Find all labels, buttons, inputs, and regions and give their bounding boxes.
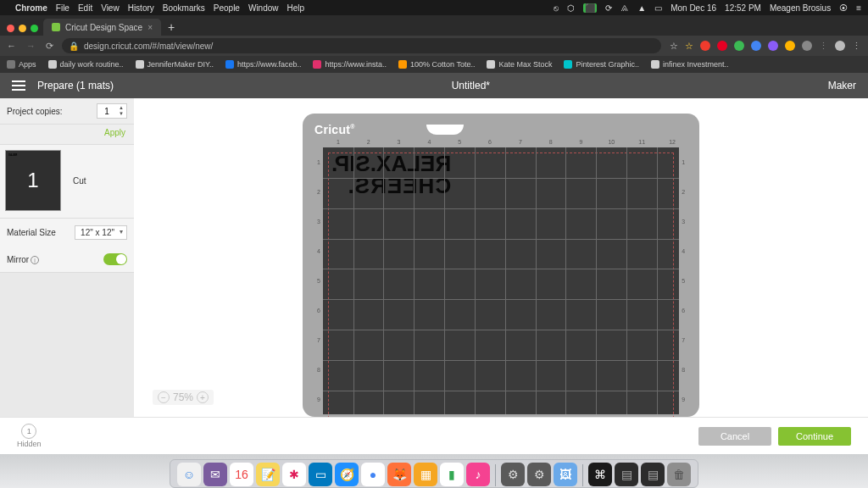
dock-app-icon[interactable]: ⚙ <box>527 463 551 486</box>
dock-app-icon[interactable]: ▮ <box>440 463 464 486</box>
wifi-icon[interactable]: ⩓ <box>620 3 629 13</box>
dock-app-icon[interactable]: ▤ <box>615 463 638 486</box>
status-icon[interactable]: ⬡ <box>567 3 575 13</box>
status-icon[interactable]: ⎋ <box>554 3 559 13</box>
dock-app-icon[interactable]: ♪ <box>466 463 490 486</box>
copies-input[interactable] <box>97 107 116 116</box>
copies-stepper[interactable]: ▲▼ <box>97 103 127 119</box>
close-window-icon[interactable] <box>7 25 14 32</box>
dock-app-icon[interactable]: 🦊 <box>387 463 411 486</box>
dock-app-icon[interactable]: 🗑 <box>667 463 691 486</box>
dock-app-icon[interactable]: ▦ <box>414 463 437 486</box>
spotlight-icon[interactable]: ⦿ <box>839 3 848 13</box>
dock-app-icon[interactable]: ▭ <box>309 463 332 486</box>
bookmark-item[interactable]: infinex Investment.. <box>651 60 729 69</box>
ruler-tick: 2 <box>314 177 323 207</box>
back-button[interactable]: ← <box>7 41 16 52</box>
forward-button[interactable]: → <box>26 41 36 52</box>
dock-app-icon[interactable]: ⚙ <box>501 463 525 486</box>
zoom-in-button[interactable]: + <box>197 391 209 403</box>
battery-icon[interactable]: ▭ <box>654 3 662 13</box>
step-down-icon[interactable]: ▼ <box>116 111 126 117</box>
reload-button[interactable]: ⟳ <box>46 41 53 52</box>
app-menu[interactable]: Chrome <box>15 3 47 13</box>
menu-window[interactable]: Window <box>248 3 279 13</box>
minimize-window-icon[interactable] <box>19 25 26 32</box>
dock-app-icon[interactable]: ✉ <box>203 463 227 486</box>
overflow-icon[interactable]: ⋮ <box>819 41 828 52</box>
dock-app-icon[interactable]: ⌘ <box>588 463 612 486</box>
toolbar-icon[interactable]: ☆ <box>670 41 678 52</box>
ruler-tick: 1 <box>323 139 353 147</box>
dock-app-icon[interactable]: ● <box>361 463 385 486</box>
menubar-time[interactable]: 12:52 PM <box>725 3 761 13</box>
status-icon[interactable]: ▲ <box>637 3 646 13</box>
extension-icon[interactable] <box>751 41 761 51</box>
maximize-window-icon[interactable] <box>31 25 38 32</box>
dock-app-icon[interactable]: ▤ <box>641 463 665 486</box>
dock-app-icon[interactable]: ☺ <box>177 463 201 486</box>
bookmark-item[interactable]: JenniferMaker DIY.. <box>136 60 214 69</box>
toolbar-icon[interactable]: ☆ <box>685 41 693 52</box>
machine-label[interactable]: Maker <box>828 80 856 92</box>
menu-view[interactable]: View <box>101 3 120 13</box>
extension-icon[interactable] <box>700 41 710 51</box>
bookmark-item[interactable]: daily work routine.. <box>48 60 124 69</box>
browser-tab[interactable]: Cricut Design Space × <box>43 19 161 36</box>
bookmark-item[interactable]: Kate Max Stock <box>487 60 552 69</box>
mat-grid[interactable]: RELAX.SIP. CHEERS. <box>323 147 679 414</box>
mat-thumbnail-row[interactable]: RELAX 1 Cut <box>0 144 134 218</box>
bookmark-item[interactable]: https://www.insta.. <box>313 60 387 69</box>
address-bar[interactable]: 🔒 design.cricut.com/#/mat/view/new/ <box>62 38 661 53</box>
mat-thumbnail[interactable]: RELAX 1 <box>5 150 61 211</box>
extension-icon[interactable] <box>768 41 778 51</box>
info-icon[interactable]: i <box>31 256 39 264</box>
dock-app-icon[interactable]: 16 <box>230 463 253 486</box>
dock-app-icon[interactable]: 🧭 <box>335 463 359 486</box>
design-object[interactable]: RELAX.SIP. CHEERS. <box>331 152 451 197</box>
bookmark-item[interactable]: https://www.faceb.. <box>225 60 302 69</box>
tab-close-icon[interactable]: × <box>147 23 153 32</box>
zoom-out-button[interactable]: − <box>158 391 170 403</box>
menubar-user[interactable]: Meagen Brosius <box>770 3 831 13</box>
menu-button[interactable] <box>12 80 25 91</box>
mirror-toggle[interactable] <box>103 253 127 265</box>
ruler-tick: 4 <box>414 139 444 147</box>
apply-button[interactable]: Apply <box>104 128 125 137</box>
notification-icon[interactable]: ≡ <box>856 3 861 13</box>
extension-icon[interactable] <box>802 41 812 51</box>
status-icon[interactable]: ⬛ <box>583 3 597 13</box>
apps-button[interactable]: Apps <box>7 60 36 69</box>
bookmark-item[interactable]: 100% Cotton Tote.. <box>398 60 475 69</box>
tab-title: Cricut Design Space <box>65 23 142 32</box>
dock-app-icon[interactable]: ✱ <box>282 463 306 486</box>
menubar-date[interactable]: Mon Dec 16 <box>670 3 716 13</box>
dock-app-icon[interactable]: 🖼 <box>554 463 577 486</box>
chrome-menu-icon[interactable]: ⋮ <box>852 41 861 52</box>
step-up-icon[interactable]: ▲ <box>116 105 126 111</box>
menu-file[interactable]: File <box>56 3 70 13</box>
status-icon[interactable]: ⟳ <box>605 3 612 13</box>
ruler-tick: 7 <box>679 325 687 355</box>
bookmark-favicon-icon <box>225 60 234 69</box>
menu-bookmarks[interactable]: Bookmarks <box>163 3 205 13</box>
profile-avatar-icon[interactable] <box>835 41 845 51</box>
dock-app-icon[interactable]: 📝 <box>256 463 280 486</box>
cancel-button[interactable]: Cancel <box>698 427 771 446</box>
menu-help[interactable]: Help <box>287 3 305 13</box>
ruler-tick: 8 <box>536 139 566 147</box>
menu-history[interactable]: History <box>128 3 154 13</box>
menu-edit[interactable]: Edit <box>78 3 92 13</box>
hidden-layers-button[interactable]: 1 Hidden <box>17 424 42 448</box>
material-size-select[interactable]: 12" x 12" <box>75 225 127 240</box>
bookmark-item[interactable]: Pinterest Graphic.. <box>564 60 639 69</box>
new-tab-button[interactable]: + <box>161 20 181 36</box>
ruler-horizontal: 123456789101112 <box>323 139 687 147</box>
page-title: Prepare (1 mats) <box>37 80 114 92</box>
canvas-area: − 75% + Cricut® 123456789101112 12345678… <box>134 98 868 417</box>
extension-icon[interactable] <box>717 41 727 51</box>
menu-people[interactable]: People <box>214 3 240 13</box>
extension-icon[interactable] <box>785 41 795 51</box>
continue-button[interactable]: Continue <box>778 427 851 446</box>
extension-icon[interactable] <box>734 41 744 51</box>
